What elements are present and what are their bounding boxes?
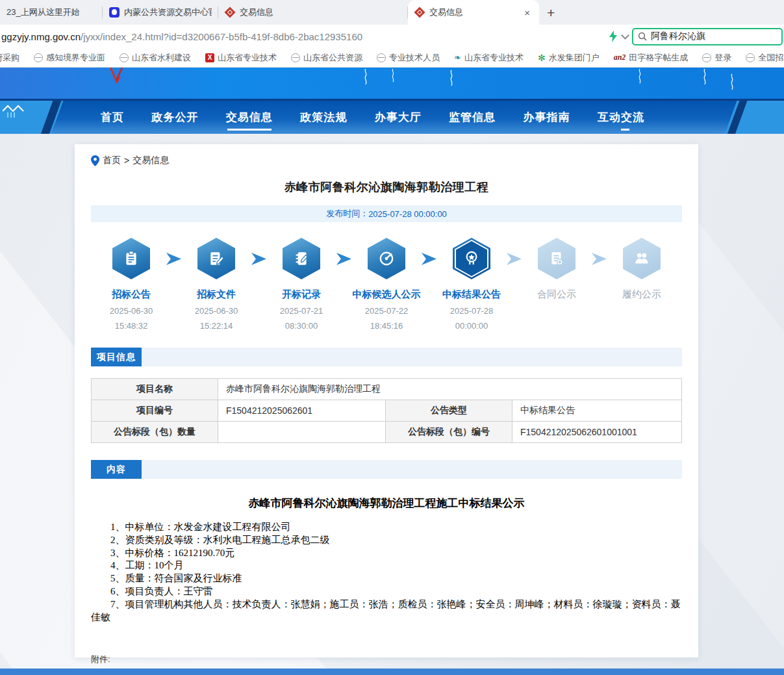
breadcrumb-separator: > <box>124 155 129 166</box>
main-navigation: 首页 政务公开 交易信息 政策法规 办事大厅 监管信息 办事指南 互动交流 <box>0 99 784 134</box>
close-icon[interactable]: × <box>522 7 533 18</box>
project-info-section-header: 项目信息 <box>91 348 682 366</box>
globe-icon <box>746 53 755 62</box>
lightning-icon[interactable] <box>608 31 618 42</box>
browser-tab[interactable]: 内蒙公共资源交易中心官网_百度 <box>103 0 218 25</box>
browser-tab[interactable]: 交易信息 <box>218 0 408 25</box>
bookmark-item[interactable]: ❧山东省专业技术 <box>454 52 524 64</box>
mongolian-script-decoration <box>362 69 369 86</box>
nav-corner-logo <box>3 105 42 118</box>
project-name-label: 项目名称 <box>92 379 218 400</box>
target-icon <box>378 250 395 267</box>
feather-icon: ❧ <box>454 53 461 62</box>
content-card: 首页>交易信息 赤峰市阿鲁科尔沁旗陶海郭勒治理工程 发布时间： 2025-07-… <box>75 144 698 657</box>
step-tender-announcement[interactable]: 招标公告 2025-06-30 15:48:32 <box>96 238 166 331</box>
new-tab-button[interactable]: + <box>539 5 563 25</box>
arrow-icon <box>251 253 266 265</box>
arrow-icon <box>422 253 436 265</box>
url-domain: ggzyjy.nmg.gov.cn <box>1 31 81 42</box>
notebook-icon <box>293 250 310 267</box>
tab-title: 23_上网从这里开始 <box>6 6 96 18</box>
bookmark-item[interactable]: X山东省专业技术 <box>205 52 277 64</box>
arrow-icon <box>166 253 181 265</box>
publish-time-value: 2025-07-28 00:00:00 <box>368 209 447 219</box>
bookmark-item[interactable]: 全国招标公告公 <box>746 52 784 64</box>
nav-item-home[interactable]: 首页 <box>101 110 124 126</box>
project-number-label: 项目编号 <box>92 400 218 422</box>
site-logo-fragment <box>108 68 130 84</box>
bookmarks-bar: 政府采购 感知境界专业面 山东省水利建设 X山东省专业技术 山东省公共资源 专业… <box>0 48 784 68</box>
publish-time-bar: 发布时间： 2025-07-28 00:00:00 <box>91 205 682 222</box>
document-edit-icon <box>208 250 225 267</box>
step-candidate-publicity[interactable]: 中标候选人公示 2025-07-22 18:45:16 <box>351 238 422 331</box>
url-path: /jyxx/index_24.html?id=d3200667-b5fb-419… <box>81 31 362 42</box>
tab-title: 内蒙公共资源交易中心官网_百度 <box>124 6 212 18</box>
tab-title: 交易信息 <box>240 6 401 18</box>
mongolian-script-decoration <box>637 69 643 84</box>
breadcrumb-current[interactable]: 交易信息 <box>133 155 169 166</box>
chevron-down-icon[interactable] <box>621 31 629 40</box>
announcement-line: 6、项目负责人：王守雷 <box>91 585 682 598</box>
bookmark-item[interactable]: 登录 <box>702 52 731 64</box>
browser-search-box[interactable] <box>632 28 783 45</box>
nav-item-supervision[interactable]: 监管信息 <box>449 110 496 126</box>
bookmark-item[interactable]: 山东省公共资源 <box>291 52 362 64</box>
baidu-icon <box>109 7 120 18</box>
attachment-label: 附件: <box>91 654 682 665</box>
search-input[interactable] <box>651 31 748 42</box>
bookmark-item[interactable]: 山东省水利建设 <box>120 52 191 64</box>
diamond-icon <box>414 7 425 18</box>
table-row: 项目编号 F1504212025062601 公告类型 中标结果公告 <box>92 400 682 422</box>
gear-icon: ✻ <box>538 53 546 63</box>
package-count-label: 公告标段（包）数量 <box>92 422 218 443</box>
breadcrumb: 首页>交易信息 <box>91 144 682 166</box>
browser-tab[interactable]: 23_上网从这里开始 <box>0 0 103 25</box>
mongolian-script-decoration <box>448 69 455 88</box>
step-contract-publicity: 合同公示 <box>522 238 592 306</box>
nav-item-interaction[interactable]: 互动交流 <box>598 110 644 126</box>
bookmark-item[interactable]: 专业技术人员 <box>377 52 440 64</box>
announcement-title: 赤峰市阿鲁科尔沁旗陶海郭勒治理工程施工中标结果公示 <box>91 496 682 511</box>
nav-item-gov-disclosure[interactable]: 政务公开 <box>151 110 198 126</box>
page-background: 首页>交易信息 赤峰市阿鲁科尔沁旗陶海郭勒治理工程 发布时间： 2025-07-… <box>0 134 784 669</box>
nav-item-guide[interactable]: 办事指南 <box>524 110 570 126</box>
publish-time-label: 发布时间： <box>326 208 368 220</box>
people-icon <box>633 250 650 267</box>
address-bar[interactable]: ggzyjy.nmg.gov.cn/jyxx/index_24.html?id=… <box>0 25 784 48</box>
bookmark-item[interactable]: 政府采购 <box>0 52 19 64</box>
browser-tab-active[interactable]: 交易信息 × <box>408 0 539 25</box>
content-section-header: 内容 <box>91 460 682 479</box>
an2-icon: an2 <box>614 53 626 62</box>
bookmark-item[interactable]: ✻水发集团门户 <box>538 52 600 64</box>
contract-icon <box>548 250 565 267</box>
table-row: 项目名称 赤峰市阿鲁科尔沁旗陶海郭勒治理工程 <box>92 379 682 400</box>
step-result-announcement[interactable]: 中标结果公告 2025-07-28 00:00:00 <box>436 238 507 331</box>
arrow-icon <box>592 253 607 265</box>
announcement-line: 7、项目管理机构其他人员：技术负责人：张慧娟；施工员：张浩；质检员：张艳峰；安全… <box>91 598 682 624</box>
search-icon <box>638 32 647 41</box>
nav-item-policy[interactable]: 政策法规 <box>300 110 347 126</box>
nav-item-service-hall[interactable]: 办事大厅 <box>375 110 422 126</box>
project-info-tab: 项目信息 <box>91 348 142 366</box>
announcement-line: 5、质量：符合国家及行业标准 <box>91 572 682 585</box>
globe-icon <box>120 53 129 62</box>
diamond-icon <box>225 7 235 18</box>
breadcrumb-home[interactable]: 首页 <box>103 155 121 166</box>
mongolian-script-decoration <box>702 69 708 86</box>
url-text[interactable]: ggzyjy.nmg.gov.cn/jyxx/index_24.html?id=… <box>0 31 362 42</box>
announcement-line: 2、资质类别及等级：水利水电工程施工总承包二级 <box>91 534 682 547</box>
globe-icon <box>377 53 386 62</box>
globe-icon <box>702 53 711 62</box>
project-info-table: 项目名称 赤峰市阿鲁科尔沁旗陶海郭勒治理工程 项目编号 F15042120250… <box>91 378 682 443</box>
step-bid-opening-record[interactable]: 开标记录 2025-07-21 08:30:00 <box>266 238 336 331</box>
medal-icon <box>463 250 480 267</box>
step-tender-documents[interactable]: 招标文件 2025-06-30 15:22:14 <box>181 238 251 331</box>
bookmark-item[interactable]: an2田字格字帖生成 <box>614 52 689 64</box>
nav-item-trade-info[interactable]: 交易信息 <box>226 110 273 126</box>
announcement-line: 3、中标价格：16212190.70元 <box>91 547 682 560</box>
project-name-value: 赤峰市阿鲁科尔沁旗陶海郭勒治理工程 <box>218 379 682 400</box>
announcement-line: 1、中标单位：水发金水建设工程有限公司 <box>91 521 682 534</box>
content-tab: 内容 <box>91 460 142 479</box>
announcement-line: 4、工期：10个月 <box>91 559 682 572</box>
bookmark-item[interactable]: 感知境界专业面 <box>34 52 105 64</box>
